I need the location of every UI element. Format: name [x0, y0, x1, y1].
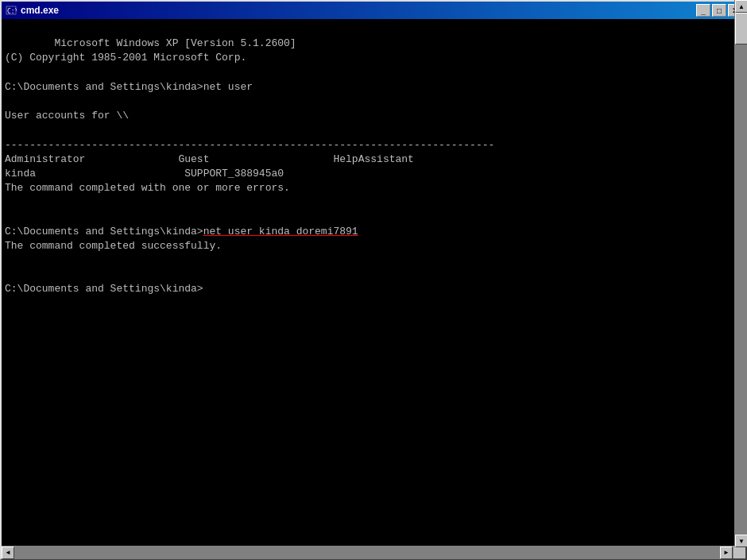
- horizontal-scrollbar[interactable]: ◄ ►: [2, 546, 733, 558]
- window-title: cmd.exe: [21, 5, 696, 16]
- line-7: [5, 124, 11, 136]
- line-1: Microsoft Windows XP [Version 5.1.2600]: [54, 37, 296, 49]
- line-10: kinda SUPPORT_388945a0: [5, 168, 284, 180]
- console-content: Microsoft Windows XP [Version 5.1.2600] …: [5, 22, 731, 311]
- line-14: C:\Documents and Settings\kinda>net user…: [5, 226, 358, 238]
- line-15: The command completed successfully.: [5, 240, 222, 252]
- scroll-right-button[interactable]: ►: [720, 546, 733, 559]
- line14-cmd: net user kinda doremi7891: [203, 226, 358, 238]
- line-2: (C) Copyright 1985-2001 Microsoft Corp.: [5, 52, 246, 64]
- line-16: [5, 254, 11, 266]
- minimize-button[interactable]: _: [696, 4, 710, 17]
- line-13: [5, 210, 11, 222]
- line-18: C:\Documents and Settings\kinda>: [5, 283, 203, 295]
- scroll-thumb-v[interactable]: [735, 19, 745, 44]
- separator-line: ----------------------------------------…: [5, 139, 494, 151]
- scroll-down-button[interactable]: ▼: [735, 535, 745, 546]
- cmd-window: C:\ cmd.exe _ □ ✕ Microsoft Windows XP […: [0, 0, 747, 560]
- vertical-scrollbar[interactable]: ▲ ▼: [734, 19, 745, 546]
- line-17: [5, 268, 11, 280]
- scrollbar-corner: [733, 546, 745, 558]
- line-4: C:\Documents and Settings\kinda>net user: [5, 81, 253, 93]
- line-12: [5, 196, 11, 208]
- scroll-left-button[interactable]: ◄: [2, 546, 14, 559]
- scroll-track-v[interactable]: [735, 19, 745, 535]
- scroll-track-h[interactable]: [14, 546, 720, 559]
- maximize-button[interactable]: □: [712, 4, 726, 17]
- line-11: The command completed with one or more e…: [5, 182, 290, 194]
- line-9: Administrator Guest HelpAssistant: [5, 153, 414, 165]
- line9-col1: Administrator Guest HelpAssistant: [5, 153, 414, 165]
- line-6: User accounts for \\: [5, 110, 129, 122]
- console-output[interactable]: Microsoft Windows XP [Version 5.1.2600] …: [2, 19, 745, 546]
- line-3: [5, 67, 11, 79]
- line-5: [5, 95, 11, 107]
- console-container: Microsoft Windows XP [Version 5.1.2600] …: [2, 19, 745, 546]
- window-icon: C:\: [5, 4, 17, 17]
- bottom-bar: ◄ ►: [2, 546, 745, 558]
- svg-text:C:\: C:\: [7, 8, 17, 15]
- line14-prefix: C:\Documents and Settings\kinda>: [5, 226, 203, 238]
- title-bar: C:\ cmd.exe _ □ ✕: [2, 2, 745, 19]
